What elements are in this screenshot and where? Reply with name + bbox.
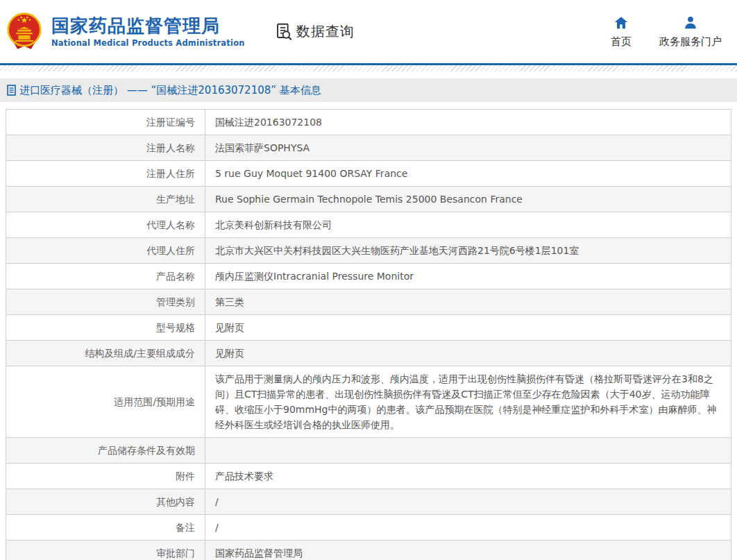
table-row: 备注 / <box>6 515 731 541</box>
table-row: 产品名称 颅内压监测仪Intracranial Pressure Monitor <box>6 264 731 289</box>
row-value: / <box>205 489 731 515</box>
row-label: 代理人住所 <box>6 238 205 264</box>
table-row: 注册人住所 5 rue Guy Moquet 91400 ORSAY Franc… <box>6 161 731 187</box>
registration-info-section: 注册证编号 国械注进20163072108 注册人名称 法国索菲萨SOPHYSA… <box>6 109 731 560</box>
row-value: / <box>205 515 731 541</box>
table-row: 代理人名称 北京美科创新科技有限公司 <box>6 212 731 238</box>
document-search-icon <box>274 22 293 41</box>
org-names: 国家药品监督管理局 National Medical Products Admi… <box>51 15 245 48</box>
site-header: 国家药品监督管理局 National Medical Products Admi… <box>0 0 737 63</box>
row-value: 北京市大兴区中关村科技园区大兴生物医药产业基地天河西路21号院6号楼1层101室 <box>205 238 731 264</box>
row-label: 附件 <box>6 464 205 489</box>
table-row: 注册人名称 法国索菲萨SOPHYSA <box>6 135 731 161</box>
home-icon <box>613 15 629 31</box>
nmpa-logo[interactable]: 国家药品监督管理局 National Medical Products Admi… <box>6 11 245 53</box>
user-icon <box>683 15 698 31</box>
table-row: 审批部门 国家药品监督管理局 <box>6 541 731 560</box>
table-row: 结构及组成/主要组成成分 见附页 <box>6 341 731 366</box>
table-row: 产品储存条件及有效期 <box>6 438 731 464</box>
header-nav: 首页 政务服务门户 <box>611 15 722 49</box>
spacer <box>0 71 737 78</box>
org-name-en: National Medical Products Administration <box>51 38 245 48</box>
national-emblem-icon <box>6 11 43 53</box>
row-value: 见附页 <box>205 315 731 341</box>
table-row: 生产地址 Rue Sophie Germain Technopole Temis… <box>6 187 731 212</box>
row-label: 备注 <box>6 515 205 541</box>
row-label: 适用范围/预期用途 <box>6 366 205 438</box>
row-label: 注册人住所 <box>6 161 205 187</box>
breadcrumb: 进口医疗器械（注册） —— “国械注进20163072108” 基本信息 <box>0 78 737 102</box>
nav-item-portal[interactable]: 政务服务门户 <box>659 15 722 49</box>
row-label: 其他内容 <box>6 489 205 515</box>
row-label: 产品储存条件及有效期 <box>6 438 205 464</box>
nav-home-label: 首页 <box>611 35 632 49</box>
row-value: 国家药品监督管理局 <box>205 541 731 560</box>
row-value: 第三类 <box>205 289 731 315</box>
table-row: 其他内容 / <box>6 489 731 515</box>
nav-item-home[interactable]: 首页 <box>611 15 632 49</box>
row-value: 法国索菲萨SOPHYSA <box>205 135 731 161</box>
row-label: 审批部门 <box>6 541 205 560</box>
row-label: 结构及组成/主要组成成分 <box>6 341 205 366</box>
document-icon <box>7 85 17 96</box>
row-value: 5 rue Guy Moquet 91400 ORSAY France <box>205 161 731 187</box>
row-label: 型号规格 <box>6 315 205 341</box>
row-label: 代理人名称 <box>6 212 205 238</box>
table-row-intended-use: 适用范围/预期用途 该产品用于测量病人的颅内压力和波形、颅内温度，适用于出现创伤… <box>6 366 731 438</box>
table-row: 注册证编号 国械注进20163072108 <box>6 110 731 135</box>
table-row: 附件 产品技术要求 <box>6 464 731 489</box>
table-row: 管理类别 第三类 <box>6 289 731 315</box>
org-name-cn: 国家药品监督管理局 <box>51 15 245 36</box>
row-value: 颅内压监测仪Intracranial Pressure Monitor <box>205 264 731 289</box>
row-label: 生产地址 <box>6 187 205 212</box>
registration-info-table: 注册证编号 国械注进20163072108 注册人名称 法国索菲萨SOPHYSA… <box>6 109 731 560</box>
row-value: 产品技术要求 <box>205 464 731 489</box>
row-value: 该产品用于测量病人的颅内压力和波形、颅内温度，适用于出现创伤性脑损伤伴有昏迷（格… <box>205 366 731 438</box>
row-label: 注册证编号 <box>6 110 205 135</box>
data-query-link[interactable]: 数据查询 <box>274 22 355 41</box>
row-value <box>205 438 731 464</box>
breadcrumb-title: 进口医疗器械（注册） —— “国械注进20163072108” 基本信息 <box>19 84 321 97</box>
table-row: 型号规格 见附页 <box>6 315 731 341</box>
row-label: 注册人名称 <box>6 135 205 161</box>
row-value: 北京美科创新科技有限公司 <box>205 212 731 238</box>
nav-portal-label: 政务服务门户 <box>659 35 722 49</box>
row-label: 产品名称 <box>6 264 205 289</box>
data-query-label: 数据查询 <box>296 22 355 41</box>
row-value: 国械注进20163072108 <box>205 110 731 135</box>
row-value: 见附页 <box>205 341 731 366</box>
row-label: 管理类别 <box>6 289 205 315</box>
hatch-pattern-strip <box>0 65 737 71</box>
table-row: 代理人住所 北京市大兴区中关村科技园区大兴生物医药产业基地天河西路21号院6号楼… <box>6 238 731 264</box>
row-value: Rue Sophie Germain Technopole Temis 2500… <box>205 187 731 212</box>
